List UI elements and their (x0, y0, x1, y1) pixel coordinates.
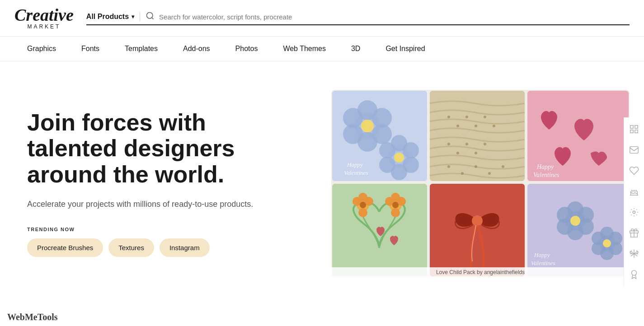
all-products-label: All Products (86, 13, 129, 21)
svg-point-37 (502, 165, 504, 168)
nav-item-addons[interactable]: Add-ons (170, 37, 223, 61)
sidebar-icon-ribbon[interactable] (627, 267, 641, 282)
logo-market-text: MARKET (27, 23, 61, 30)
trending-label: TRENDING NOW (27, 227, 280, 232)
svg-point-23 (456, 125, 459, 127)
svg-text:Valentines: Valentines (344, 169, 368, 176)
svg-point-47 (360, 202, 366, 208)
svg-text:Happy: Happy (347, 161, 363, 168)
image-caption: Love Child Pack by angelainthefields (331, 267, 630, 277)
nav-item-get-inspired[interactable]: Get Inspired (373, 37, 437, 61)
hero-text-block: Join forces with talented designers arou… (27, 110, 280, 257)
svg-point-18 (394, 153, 404, 163)
svg-rect-54 (430, 184, 525, 276)
logo[interactable]: Creative MARKET (14, 6, 74, 30)
svg-point-14 (379, 142, 395, 158)
svg-text:Happy: Happy (534, 251, 550, 258)
chevron-down-icon: ▾ (132, 14, 134, 20)
svg-point-72 (603, 239, 611, 247)
svg-point-29 (456, 152, 459, 154)
svg-point-22 (447, 116, 450, 118)
svg-point-85 (632, 270, 637, 275)
svg-point-55 (472, 215, 483, 226)
svg-point-15 (403, 142, 419, 158)
svg-point-16 (379, 157, 395, 173)
svg-rect-78 (635, 130, 638, 133)
header-top: Creative MARKET All Products ▾ (0, 0, 644, 37)
sidebar-icon-heart[interactable] (627, 163, 641, 178)
svg-point-36 (488, 172, 491, 175)
nav-item-photos[interactable]: Photos (223, 37, 271, 61)
svg-text:Valentines: Valentines (533, 172, 559, 178)
svg-point-80 (633, 211, 635, 214)
all-products-button[interactable]: All Products ▾ (86, 13, 140, 21)
main-nav: Graphics Fonts Templates Add-ons Photos … (0, 37, 644, 61)
hero-svg-art: Happy Valentines (331, 90, 630, 277)
sidebar-icon-settings[interactable] (627, 205, 641, 219)
svg-point-31 (475, 152, 477, 154)
svg-text:Happy: Happy (536, 163, 554, 170)
hero-headline: Join forces with talented designers arou… (27, 110, 280, 187)
svg-point-26 (484, 116, 486, 118)
nav-item-graphics[interactable]: Graphics (14, 37, 69, 61)
svg-rect-75 (630, 126, 633, 128)
svg-point-27 (493, 125, 495, 127)
svg-point-35 (475, 165, 477, 168)
sidebar-icon-cake[interactable] (627, 184, 641, 199)
svg-point-34 (461, 172, 464, 175)
svg-rect-79 (630, 147, 638, 154)
svg-point-33 (447, 165, 450, 168)
sidebar-icon-grid[interactable] (627, 122, 641, 136)
tag-procreate-brushes[interactable]: Procreate Brushes (27, 238, 103, 257)
svg-point-53 (392, 202, 399, 208)
svg-point-50 (391, 208, 400, 217)
svg-point-32 (484, 143, 486, 145)
site-header: Creative MARKET All Products ▾ Graphics … (0, 0, 644, 61)
svg-point-0 (147, 12, 153, 18)
svg-text:Valentines: Valentines (531, 260, 555, 266)
svg-rect-77 (630, 130, 633, 133)
svg-point-9 (372, 124, 392, 144)
tag-instagram[interactable]: Instagram (160, 238, 210, 257)
svg-point-44 (358, 208, 367, 217)
logo-creative-text: Creative (14, 6, 74, 23)
svg-point-25 (475, 125, 477, 127)
hero-image-area: Happy Valentines (298, 90, 630, 277)
nav-item-web-themes[interactable]: Web Themes (270, 37, 338, 61)
nav-item-templates[interactable]: Templates (112, 37, 170, 61)
nav-item-fonts[interactable]: Fonts (69, 37, 112, 61)
svg-point-30 (465, 143, 468, 145)
hero-product-image: Happy Valentines (331, 90, 630, 277)
svg-point-17 (403, 157, 419, 173)
hero-section: Join forces with talented designers arou… (0, 61, 644, 296)
sidebar-icon-envelope[interactable] (627, 143, 641, 157)
sidebar-icon-gift[interactable] (627, 226, 641, 240)
svg-rect-76 (635, 126, 638, 128)
search-divider (140, 12, 140, 21)
search-icon (146, 11, 155, 23)
sidebar-icon-snowflake[interactable] (627, 247, 641, 261)
svg-point-10 (361, 120, 374, 132)
search-bar: All Products ▾ (86, 11, 630, 25)
nav-item-3d[interactable]: 3D (338, 37, 373, 61)
svg-point-8 (343, 124, 363, 144)
svg-point-24 (465, 116, 468, 118)
hero-subtext: Accelerate your projects with millions o… (27, 198, 280, 210)
trending-tags: Procreate Brushes Textures Instagram (27, 238, 280, 257)
right-sidebar (624, 117, 644, 286)
tag-textures[interactable]: Textures (108, 238, 154, 257)
svg-point-28 (447, 143, 450, 145)
search-input[interactable] (159, 13, 630, 21)
svg-point-64 (570, 216, 580, 226)
